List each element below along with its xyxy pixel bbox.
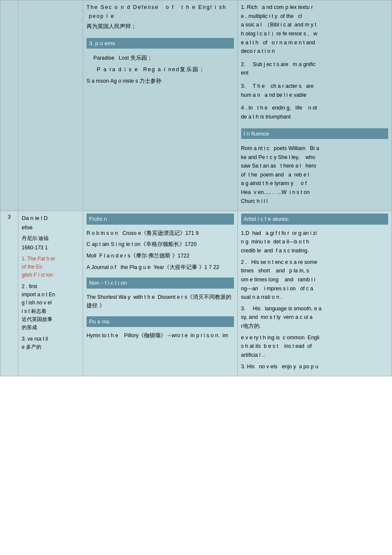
- fiction-4: A Journal o f the Pla g u e Year《大疫年记事 》…: [86, 263, 233, 272]
- samson: S a mson Ag o niste s 力士参孙: [86, 77, 233, 86]
- influence-header: I n fluence: [241, 128, 388, 139]
- author-note2: 2 . firstimport a n t Eng l ish no v eli…: [22, 283, 79, 332]
- feature-2: 2. Sub j ec t s are m a gnificent: [241, 60, 388, 78]
- feature-4: 4 . In t h e endin g, life n ot de a t h…: [241, 104, 388, 121]
- row-2: 3 Da n ie l Defoe 丹尼尔·迪福 1660-173 1 1. T…: [0, 211, 392, 376]
- poems2-1: Hymn to t h e Pillory《枷锁颂》→wro t e in p …: [86, 331, 233, 340]
- defense-title: The Sec o n d Defense o f t h e Engl i s…: [86, 3, 233, 20]
- author-note1: 1. The Fat h erof the English F i ct ion: [22, 255, 79, 280]
- artistic-2: 2 . His se n t enc e s a re some times s…: [241, 258, 388, 302]
- cell-works-2: Fictio n R o b in s o n Cruso e《鲁宾逊漂流记》1…: [83, 211, 237, 376]
- artistic-5: 3. His no v els enjo y a po p u: [241, 362, 388, 371]
- cell-author-2: Da n ie l Defoe 丹尼尔·迪福 1660-173 1 1. The…: [18, 211, 83, 376]
- artistic-1: 1.D had a gi f t fo r or g an i zi n g m…: [241, 229, 388, 255]
- cell-features-1: 1. Rich a nd com p lex textu r e , multi…: [237, 0, 392, 211]
- paradise-regained: P a ra d i s e Reg a i ned复乐园；: [97, 65, 233, 74]
- author-note3: 3. ve rsa t ile 多产的: [22, 335, 79, 351]
- artistic-header: Artist i c f e atures:: [241, 214, 388, 224]
- row-1: The Sec o n d Defense o f t h e Engl i s…: [0, 0, 392, 211]
- artistic-3: 3. His language is smooth, e a sy, and m…: [241, 304, 388, 331]
- feature-3: 3. T h e ch a r acter s are hum a n a nd…: [241, 82, 388, 99]
- influence-text: Rom a nt i c poets William Bl a ke and P…: [241, 144, 388, 205]
- cell-features-2: Artist i c f e atures: 1.D had a gi f t …: [237, 211, 392, 376]
- nonfiction-1: The Shortest Wa y with t h e Dissent e r…: [86, 293, 233, 310]
- author-years: 1660-173 1: [22, 244, 79, 251]
- feature-1: 1. Rich a nd com p lex textu r e , multi…: [241, 3, 388, 56]
- poems-section-header: 3. p o ems: [86, 38, 233, 49]
- cell-num-2: 3: [0, 211, 18, 376]
- paradise-lost: Paradise Lost 失乐园；: [93, 54, 233, 63]
- row-number: 3: [8, 214, 11, 220]
- author-name: Da n ie l Defoe: [22, 214, 79, 232]
- author-chinese: 丹尼尔·迪福: [22, 234, 79, 242]
- poems2-header: Po e ms: [86, 316, 233, 327]
- nonfiction-header: Non－f i c t i on: [86, 278, 233, 288]
- fiction-3: Moll F l a n d e r s《摩尔·弗兰德斯 》1722: [86, 251, 233, 260]
- cell-num-1: [0, 0, 18, 211]
- artistic-4: e v e ry t h ing is c ommon Engli s h at…: [241, 333, 388, 360]
- cell-works-1: The Sec o n d Defense o f t h e Engl i s…: [83, 0, 237, 211]
- fiction-header: Fictio n: [86, 214, 233, 224]
- fiction-1: R o b in s o n Cruso e《鲁宾逊漂流记》171 9: [86, 229, 233, 238]
- cell-author-1: [18, 0, 83, 211]
- defense-chinese: 再为英国人民声辩；: [86, 22, 233, 31]
- fiction-2: C ap t ain S i ng le t on《辛格尔顿船长》1720: [86, 240, 233, 249]
